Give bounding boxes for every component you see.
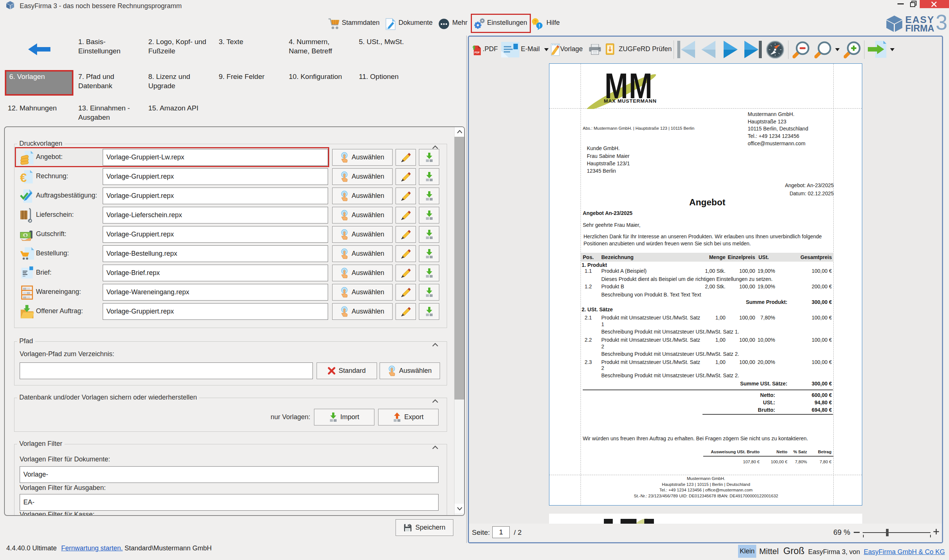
svg-text:MAX MUSTERMANN: MAX MUSTERMANN [604,98,657,104]
svg-text:€: € [20,171,27,184]
svg-text:$: $ [25,233,27,237]
svg-text:!: ! [538,23,540,29]
svg-text:?: ? [534,19,537,25]
svg-text:PDF: PDF [475,51,480,54]
